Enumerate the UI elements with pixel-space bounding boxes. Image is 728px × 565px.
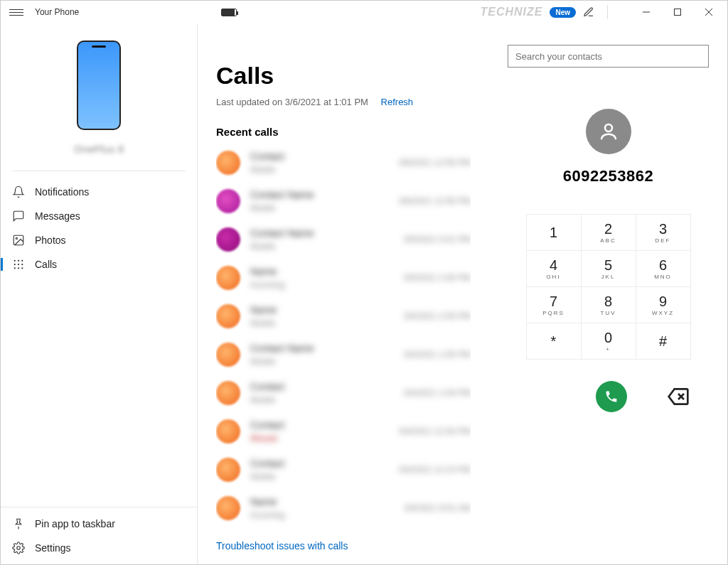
dialpad-key-2[interactable]: 2ABC	[582, 215, 636, 250]
sidebar-item-messages[interactable]: Messages	[1, 204, 197, 228]
dialpad-key-9[interactable]: 9WXYZ	[636, 287, 690, 323]
call-time: 3/4/2021 9:51 AM	[404, 503, 471, 513]
phone-icon	[604, 389, 619, 404]
window-maximize-button[interactable]	[662, 1, 693, 23]
sidebar-item-label: Settings	[35, 542, 71, 554]
pin-icon	[12, 517, 25, 530]
contact-search-input[interactable]	[508, 45, 709, 68]
dialpad-digit: 6	[659, 257, 667, 274]
dialer-pane: 6092253862 12ABC3DEF4GHI5JKL6MNO7PQRS8TU…	[489, 23, 727, 564]
page-title: Calls	[216, 62, 471, 90]
message-icon	[12, 210, 25, 222]
divider	[607, 5, 608, 19]
dialpad-digit: 4	[550, 257, 557, 274]
window-close-button[interactable]	[693, 1, 724, 23]
contact-avatar-icon	[216, 189, 240, 213]
dialpad-key-5[interactable]: 5JKL	[582, 251, 636, 286]
dialpad-key-0[interactable]: 0+	[582, 323, 636, 359]
svg-point-13	[18, 267, 19, 269]
sidebar-item-label: Messages	[35, 210, 80, 222]
dialpad-icon	[12, 258, 25, 271]
edit-icon[interactable]	[583, 6, 594, 18]
dialpad-key-8[interactable]: 8TUV	[582, 287, 636, 323]
sidebar-item-notifications[interactable]: Notifications	[1, 180, 197, 204]
dialpad-digit: *	[551, 333, 557, 350]
svg-point-14	[21, 267, 23, 269]
troubleshoot-link[interactable]: Troubleshoot issues with calls	[216, 530, 471, 564]
dialpad-key-7[interactable]: 7PQRS	[527, 287, 581, 323]
svg-point-12	[14, 267, 16, 269]
dialpad: 12ABC3DEF4GHI5JKL6MNO7PQRS8TUV9WXYZ*0+#	[526, 214, 691, 360]
pin-to-taskbar-button[interactable]: Pin app to taskbar	[1, 512, 197, 536]
dialpad-digit: 8	[604, 294, 612, 310]
call-subtext: Mobile	[250, 357, 314, 367]
new-badge[interactable]: New	[550, 7, 576, 18]
call-subtext: Mobile	[250, 203, 314, 213]
sidebar-item-photos[interactable]: Photos	[1, 228, 197, 252]
settings-button[interactable]: Settings	[1, 536, 197, 560]
dialpad-key-1[interactable]: 1	[527, 215, 581, 250]
backspace-button[interactable]	[667, 389, 690, 404]
battery-icon	[221, 9, 237, 16]
call-time: 3/4/2021 12:54 PM	[399, 426, 471, 436]
call-list-item[interactable]: ContactMobile3/6/2021 12:55 PM	[216, 144, 471, 182]
call-list-item[interactable]: NameIncoming3/5/2021 2:05 PM	[216, 259, 471, 297]
contact-avatar-icon	[216, 151, 240, 175]
call-name: Contact	[250, 458, 284, 469]
sidebar-item-label: Photos	[35, 235, 66, 246]
dialpad-digit: 0	[604, 330, 612, 346]
call-list-item[interactable]: NameMobile3/5/2021 2:05 PM	[216, 297, 471, 335]
contact-avatar-icon	[216, 304, 240, 328]
call-list-item[interactable]: ContactMissed3/4/2021 12:54 PM	[216, 412, 471, 451]
last-updated-text: Last updated on 3/6/2021 at 1:01 PM	[216, 97, 368, 107]
call-name: Contact	[250, 419, 284, 431]
watermark-text: TECHNIZE	[480, 6, 542, 18]
call-list-item[interactable]: ContactMobile3/4/2021 1:04 PM	[216, 374, 471, 412]
backspace-icon	[667, 385, 690, 408]
person-icon	[598, 121, 619, 142]
dialpad-letters: GHI	[546, 274, 560, 280]
call-list-item[interactable]: Contact NameMobile3/4/2021 1:05 PM	[216, 335, 471, 374]
call-name: Contact	[250, 381, 284, 392]
app-title: Your Phone	[35, 7, 79, 17]
dialpad-key-6[interactable]: 6MNO	[636, 251, 690, 286]
dialpad-letters: WXYZ	[652, 310, 674, 316]
dialpad-key-*[interactable]: *	[527, 323, 581, 359]
gear-icon	[12, 542, 25, 554]
recent-calls-header: Recent calls	[216, 126, 471, 138]
device-preview: OnePlus 8	[1, 23, 197, 163]
sidebar-item-calls[interactable]: Calls	[1, 252, 197, 276]
dialpad-letters: ABC	[600, 237, 616, 244]
dialpad-key-4[interactable]: 4GHI	[527, 251, 581, 286]
call-subtext: Mobile	[250, 395, 284, 405]
call-list-item[interactable]: ContactMobile3/4/2021 12:23 PM	[216, 451, 471, 489]
call-time: 3/5/2021 5:01 PM	[403, 235, 471, 244]
sidebar-item-label: Calls	[35, 259, 57, 270]
dialpad-letters: MNO	[654, 274, 672, 280]
svg-point-9	[14, 264, 16, 265]
call-list-item[interactable]: Contact NameMobile3/5/2021 5:01 PM	[216, 220, 471, 259]
svg-point-6	[14, 260, 16, 262]
dialpad-digit: 7	[550, 294, 557, 310]
svg-point-8	[21, 260, 23, 262]
contact-avatar-icon	[216, 496, 240, 520]
dialpad-key-#[interactable]: #	[636, 323, 690, 359]
window-minimize-button[interactable]	[631, 1, 662, 23]
call-name: Name	[250, 304, 277, 316]
svg-rect-1	[675, 9, 681, 16]
call-name: Contact Name	[250, 189, 314, 200]
call-list-item[interactable]: Contact NameMobile3/6/2021 12:55 PM	[216, 182, 471, 220]
contact-avatar-icon	[216, 419, 240, 443]
dialpad-key-3[interactable]: 3DEF	[636, 215, 690, 250]
device-name: OnePlus 8	[74, 143, 124, 155]
sidebar-item-label: Pin app to taskbar	[35, 518, 115, 529]
hamburger-menu-button[interactable]	[9, 9, 23, 16]
dialpad-digit: 3	[659, 221, 667, 237]
sidebar-item-label: Notifications	[35, 186, 89, 198]
call-list-item[interactable]: NameIncoming3/4/2021 9:51 AM	[216, 489, 471, 527]
dialpad-letters: PQRS	[542, 310, 564, 316]
call-button[interactable]	[596, 381, 627, 412]
main-content: Calls Last updated on 3/6/2021 at 1:01 P…	[198, 23, 489, 564]
refresh-link[interactable]: Refresh	[381, 97, 414, 107]
call-subtext: Incoming	[250, 280, 285, 290]
